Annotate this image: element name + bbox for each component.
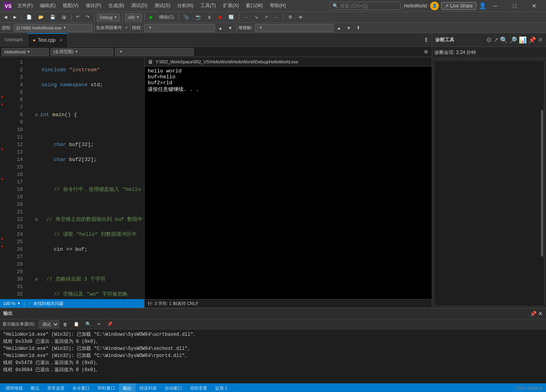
diagnostics-panel: 诊断工具 ⚙ ↗ 🔍 🔎 📊 📌 ✕ 诊断会话: 2:24 分钟: [432, 33, 546, 308]
callstack-dropdown[interactable]: ▼: [255, 24, 334, 32]
step-over-icon[interactable]: →: [241, 14, 251, 20]
tab-immediate[interactable]: 即时窗口: [94, 383, 119, 392]
output-pin-icon[interactable]: 📌: [530, 311, 537, 317]
diagnostics-content[interactable]: [432, 59, 546, 308]
menu-file[interactable]: 文件(F): [14, 2, 36, 10]
menu-edit[interactable]: 编辑(E): [37, 2, 59, 10]
continue-btn[interactable]: 继续(C): [157, 13, 176, 21]
step-in-icon[interactable]: ↘: [252, 14, 260, 20]
zoom-dropdown[interactable]: ▼: [17, 301, 20, 305]
line-num-10: 10: [6, 126, 23, 133]
diag-chart-icon[interactable]: 📊: [519, 36, 527, 44]
tab-locals[interactable]: 局部变量: [186, 383, 211, 392]
new-file-icon[interactable]: 📄: [24, 14, 34, 20]
play-icon[interactable]: ▶: [147, 14, 155, 20]
forward-icon[interactable]: ▶: [11, 14, 19, 20]
breakpoint-icon[interactable]: ⚙: [286, 14, 295, 20]
output-content[interactable]: "HelloWorld.exe" (Win32): 已加载 "C:\Window…: [0, 329, 546, 383]
menu-build[interactable]: 生成(B): [105, 2, 127, 10]
line-num-5: 5: [6, 89, 23, 96]
user-avatar[interactable]: 👤: [430, 2, 439, 10]
snapshot-icon[interactable]: 📷: [193, 14, 203, 20]
tab-watch[interactable]: 监视 1: [211, 383, 231, 392]
tab-output[interactable]: 输出: [119, 383, 136, 392]
save-all-icon[interactable]: 🖫: [59, 14, 69, 20]
search-input[interactable]: [340, 3, 391, 9]
user-profile-icon[interactable]: 👤: [479, 2, 487, 9]
open-file-icon[interactable]: 📂: [36, 14, 46, 20]
menu-window[interactable]: 窗口(W): [243, 2, 266, 10]
menu-test[interactable]: 测试(S): [151, 2, 173, 10]
output-wrap-btn[interactable]: ↵: [95, 321, 103, 327]
diag-zoom-in-icon[interactable]: 🔍: [500, 36, 508, 44]
scope-dropdown[interactable]: (全局范围) ▼: [50, 48, 113, 56]
menu-analyze[interactable]: 分析(N): [174, 2, 197, 10]
file-dropdown[interactable]: HelloWorld ▼: [2, 48, 49, 56]
callstack-down[interactable]: ▼: [344, 25, 353, 31]
tab-command[interactable]: 命令窗口: [69, 383, 94, 392]
diag-import-icon[interactable]: ↗: [493, 36, 498, 44]
line-num-6: 6: [6, 96, 23, 104]
step-out-icon[interactable]: ↗: [262, 14, 270, 20]
split-editor-icon[interactable]: ⊞: [422, 48, 430, 55]
live-share-button[interactable]: ↗ Live Share: [441, 2, 476, 10]
expand-icon[interactable]: ⬇: [354, 24, 362, 31]
tab-callstack[interactable]: 调用堆栈: [2, 383, 27, 392]
watch-icon[interactable]: 👁: [296, 14, 305, 20]
redo-icon[interactable]: ↷: [84, 14, 92, 20]
undo-icon[interactable]: ↶: [74, 14, 82, 20]
minimize-button[interactable]: ─: [487, 0, 504, 12]
back-icon[interactable]: ◀: [2, 14, 9, 20]
restart-icon[interactable]: 🔄: [226, 14, 236, 20]
process-dropdown[interactable]: [17488] HelloWorld.exe ▼: [14, 24, 93, 32]
output-source-dropdown[interactable]: 调试: [39, 320, 59, 328]
diag-zoom-out-icon[interactable]: 🔎: [509, 36, 517, 44]
tab-testcpp[interactable]: ● Test.cpp ✕: [28, 33, 68, 47]
lifecycle-label: 生命周期事件: [96, 25, 122, 31]
output-clear-btn[interactable]: 🗑: [61, 321, 70, 327]
attach-icon[interactable]: 📎: [181, 14, 191, 20]
diag-close-icon[interactable]: ✕: [538, 36, 543, 44]
menu-view[interactable]: 视图(V): [59, 2, 82, 10]
tab-exceptions[interactable]: 异常设置: [43, 383, 69, 392]
output-copy-btn[interactable]: 📋: [71, 321, 82, 327]
pause-icon[interactable]: ⏸: [205, 14, 214, 20]
tab-autos[interactable]: 自动窗口: [161, 383, 186, 392]
diag-session-label: 诊断会话: 2:24 分钟: [435, 49, 476, 56]
up-arrow-btn[interactable]: ▲: [216, 25, 225, 31]
stop-icon[interactable]: ⏹: [215, 14, 225, 20]
close-button[interactable]: ✕: [525, 0, 543, 12]
callstack-up[interactable]: ▲: [334, 25, 344, 31]
menu-help[interactable]: 帮助(H): [267, 2, 289, 10]
debug-config-label: Debug: [100, 15, 112, 20]
output-pin-btn[interactable]: 📌: [105, 321, 115, 327]
maximize-button[interactable]: □: [506, 0, 524, 12]
tab-close-icon[interactable]: ✕: [59, 38, 63, 43]
menu-debug[interactable]: 调试(D): [128, 2, 150, 10]
member-dropdown[interactable]: ▼: [115, 48, 194, 56]
code-editor[interactable]: ● ● ● ● ● ● 1 2 3 4 5 6: [0, 57, 144, 299]
menu-tools[interactable]: 工具(T): [197, 2, 219, 10]
diag-pin-icon[interactable]: 📌: [528, 36, 536, 44]
menu-project[interactable]: 项目(P): [82, 2, 104, 10]
diag-scrollbar[interactable]: [541, 110, 543, 257]
save-icon[interactable]: 💾: [48, 14, 58, 20]
thread-dropdown[interactable]: ▼: [144, 24, 215, 32]
output-search-btn[interactable]: 🔍: [83, 321, 93, 327]
code-content[interactable]: #include "iostream" using namespace std;…: [26, 57, 144, 299]
down-arrow-btn[interactable]: ▼: [226, 25, 235, 31]
code-line-1: #include "iostream": [29, 66, 141, 74]
tab-iostream[interactable]: iostream: [0, 33, 28, 47]
platform-dropdown[interactable]: x86 ▼: [125, 13, 142, 21]
tab-expand-icon[interactable]: ⬆: [423, 36, 429, 44]
console-output[interactable]: hello world buf=hello buf2=rld 请按任意键继续. …: [145, 67, 432, 299]
diag-settings-icon[interactable]: ⚙: [486, 36, 492, 44]
cursor-pos: 行: 3 字符: 1 制表符 CRLF: [148, 301, 198, 307]
line-num-31: 31: [6, 283, 23, 290]
output-close-icon[interactable]: ✕: [538, 311, 543, 317]
tab-breakpoints[interactable]: 断点: [27, 383, 43, 392]
debug-config-dropdown[interactable]: Debug ▼: [97, 13, 120, 21]
menu-extensions[interactable]: 扩展(X): [220, 2, 242, 10]
tab-errorlist[interactable]: 错误列表: [136, 383, 161, 392]
step-back-icon[interactable]: ←: [272, 14, 281, 20]
